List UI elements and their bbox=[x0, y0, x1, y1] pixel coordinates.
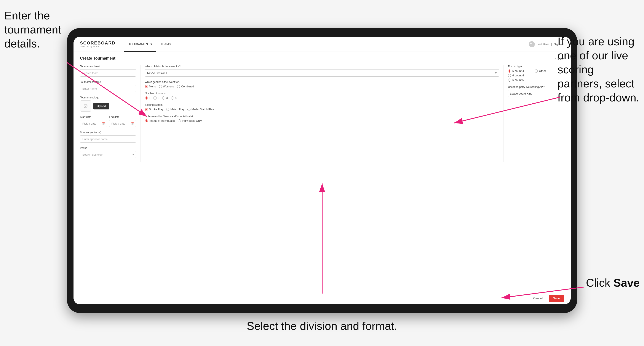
scoring-label: Scoring system bbox=[145, 103, 499, 106]
annotation-top-right: If you are using one of our live scoring… bbox=[558, 34, 640, 105]
tablet-screen: SCOREBOARD Powered by clippi TOURNAMENTS… bbox=[74, 37, 571, 304]
teams-section: Is this event for Teams and/or Individua… bbox=[145, 115, 499, 122]
sponsor-section: Sponsor (optional) bbox=[80, 131, 136, 143]
venue-select-wrap: Search golf club ▼ bbox=[80, 151, 136, 158]
live-scoring-section: Use third-party live scoring API? Leader… bbox=[508, 85, 560, 97]
teams-plus-individuals[interactable]: Teams (+Individuals) bbox=[145, 119, 175, 122]
live-scoring-tag: Leaderboard King bbox=[510, 92, 532, 95]
sponsor-input[interactable] bbox=[80, 135, 136, 143]
app-header: SCOREBOARD Powered by clippi TOURNAMENTS… bbox=[74, 37, 571, 52]
rounds-1[interactable]: 1 bbox=[145, 96, 150, 100]
tournament-logo-label: Tournament logo bbox=[80, 96, 136, 99]
scoring-stroke-play[interactable]: Stroke Play bbox=[145, 108, 163, 111]
live-scoring-tag-input[interactable]: Leaderboard King × bbox=[508, 90, 560, 97]
rounds-radio-group: 1 2 3 4 bbox=[145, 96, 499, 100]
annotation-top-left: Enter the tournament details. bbox=[4, 9, 71, 51]
page-header: Create Tournament < Back bbox=[80, 56, 564, 61]
tablet-frame: SCOREBOARD Powered by clippi TOURNAMENTS… bbox=[67, 28, 577, 313]
date-row: Start date 📅 End date 📅 bbox=[80, 116, 136, 127]
individuals-only[interactable]: Individuals Only bbox=[178, 119, 202, 122]
rounds-2[interactable]: 2 bbox=[154, 96, 159, 100]
left-column: Tournament Host Tournament name Tourname… bbox=[80, 65, 140, 162]
calendar-icon-2: 📅 bbox=[131, 122, 134, 125]
format-6count5[interactable]: 6 count 5 bbox=[508, 78, 533, 82]
middle-column: Which division is the event for? NCAA Di… bbox=[140, 65, 504, 162]
date-section: Start date 📅 End date 📅 bbox=[80, 116, 136, 127]
teams-label: Is this event for Teams and/or Individua… bbox=[145, 115, 499, 118]
tournament-name-input[interactable] bbox=[80, 85, 136, 92]
live-scoring-label: Use third-party live scoring API? bbox=[508, 85, 560, 88]
tournament-name-section: Tournament name bbox=[80, 81, 136, 92]
format-5count4[interactable]: 5 count 4 bbox=[508, 69, 533, 73]
teams-radio-group: Teams (+Individuals) Individuals Only bbox=[145, 119, 499, 122]
tournament-host-section: Tournament Host bbox=[80, 65, 136, 77]
right-column: Format type 5 count 4 Other bbox=[504, 65, 564, 162]
gender-combined[interactable]: Combined bbox=[177, 85, 194, 88]
start-date-wrap: 📅 bbox=[80, 120, 107, 127]
scoring-medal-match-play[interactable]: Medal Match Play bbox=[188, 108, 214, 111]
cancel-button[interactable]: Cancel bbox=[530, 295, 546, 302]
avatar: TU bbox=[529, 41, 535, 47]
start-date-section: Start date 📅 bbox=[80, 116, 107, 127]
header-left: SCOREBOARD Powered by clippi TOURNAMENTS… bbox=[80, 37, 175, 52]
rounds-label: Number of rounds bbox=[145, 92, 499, 95]
nav-tabs: TOURNAMENTS TEAMS bbox=[124, 37, 175, 52]
svg-point-1 bbox=[85, 105, 86, 106]
format-type-label: Format type bbox=[508, 65, 560, 68]
format-6count4[interactable]: 6 count 4 bbox=[508, 74, 533, 77]
division-select[interactable]: NCAA Division I bbox=[145, 69, 499, 77]
gender-womens[interactable]: Womens bbox=[159, 85, 174, 88]
start-date-label: Start date bbox=[80, 116, 107, 119]
logo-upload-row: Upload bbox=[80, 100, 136, 112]
format-other[interactable]: Other bbox=[534, 69, 560, 73]
scoring-match-play[interactable]: Match Play bbox=[166, 108, 184, 111]
rounds-3[interactable]: 3 bbox=[162, 96, 168, 100]
tournament-logo-section: Tournament logo Upload bbox=[80, 96, 136, 112]
division-section: Which division is the event for? NCAA Di… bbox=[145, 65, 499, 77]
logo-preview bbox=[80, 100, 91, 112]
user-name: Test User bbox=[537, 42, 549, 46]
scoring-radio-group: Stroke Play Match Play Medal Match Play bbox=[145, 108, 499, 111]
format-type-section: Format type 5 count 4 Other bbox=[508, 65, 560, 82]
save-button[interactable]: Save bbox=[549, 295, 564, 302]
format-type-grid: 5 count 4 Other 6 count 4 bbox=[508, 69, 560, 82]
logo-sub: Powered by clippi bbox=[80, 45, 116, 48]
logo-area: SCOREBOARD Powered by clippi bbox=[80, 41, 116, 48]
sponsor-label: Sponsor (optional) bbox=[80, 131, 136, 134]
logo-title: SCOREBOARD bbox=[80, 41, 116, 45]
division-label: Which division is the event for? bbox=[145, 65, 499, 68]
tournament-name-label: Tournament name bbox=[80, 81, 136, 84]
calendar-icon: 📅 bbox=[102, 122, 105, 125]
end-date-wrap: 📅 bbox=[109, 120, 136, 127]
gender-mens[interactable]: Mens bbox=[145, 85, 156, 88]
gender-section: Which gender is the event for? Mens Wome… bbox=[145, 81, 499, 88]
scoring-section: Scoring system Stroke Play Match Play bbox=[145, 103, 499, 111]
tournament-host-label: Tournament Host bbox=[80, 65, 136, 68]
gender-radio-group: Mens Womens Combined bbox=[145, 85, 499, 88]
annotation-bottom-right: Click Save bbox=[586, 276, 640, 290]
separator: | bbox=[551, 42, 552, 46]
main-content: Create Tournament < Back Tournament Host… bbox=[74, 52, 571, 292]
tab-teams[interactable]: TEAMS bbox=[156, 37, 175, 52]
venue-chevron-icon: ▼ bbox=[132, 154, 134, 156]
form-footer: Cancel Save bbox=[74, 292, 571, 304]
rounds-section: Number of rounds 1 2 bbox=[145, 92, 499, 100]
tournament-host-input[interactable] bbox=[80, 69, 136, 77]
annotation-bottom-center: Select the division and format. bbox=[247, 319, 397, 333]
rounds-4[interactable]: 4 bbox=[171, 96, 176, 100]
venue-select[interactable]: Search golf club bbox=[80, 151, 136, 158]
end-date-label: End date bbox=[109, 116, 136, 119]
form-grid: Tournament Host Tournament name Tourname… bbox=[80, 65, 564, 162]
venue-section: Venue Search golf club ▼ bbox=[80, 147, 136, 158]
gender-label: Which gender is the event for? bbox=[145, 81, 499, 84]
end-date-section: End date 📅 bbox=[109, 116, 136, 127]
upload-button[interactable]: Upload bbox=[94, 103, 109, 109]
venue-label: Venue bbox=[80, 147, 136, 150]
page-title: Create Tournament bbox=[80, 56, 116, 61]
tab-tournaments[interactable]: TOURNAMENTS bbox=[124, 37, 156, 52]
